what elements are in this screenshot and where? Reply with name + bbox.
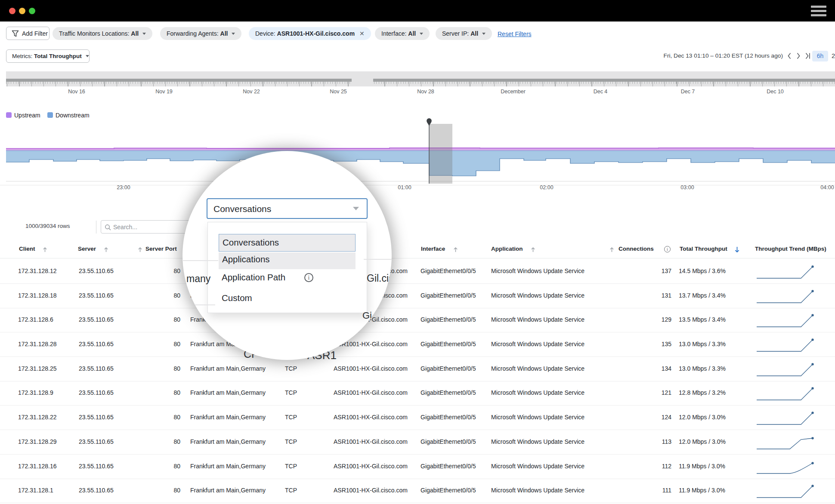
svg-text:04:00: 04:00 — [820, 184, 834, 191]
svg-text:03:00: 03:00 — [680, 184, 694, 191]
svg-text:23:00: 23:00 — [117, 184, 130, 191]
svg-text:02:00: 02:00 — [540, 184, 553, 191]
svg-text:01:00: 01:00 — [398, 184, 411, 191]
